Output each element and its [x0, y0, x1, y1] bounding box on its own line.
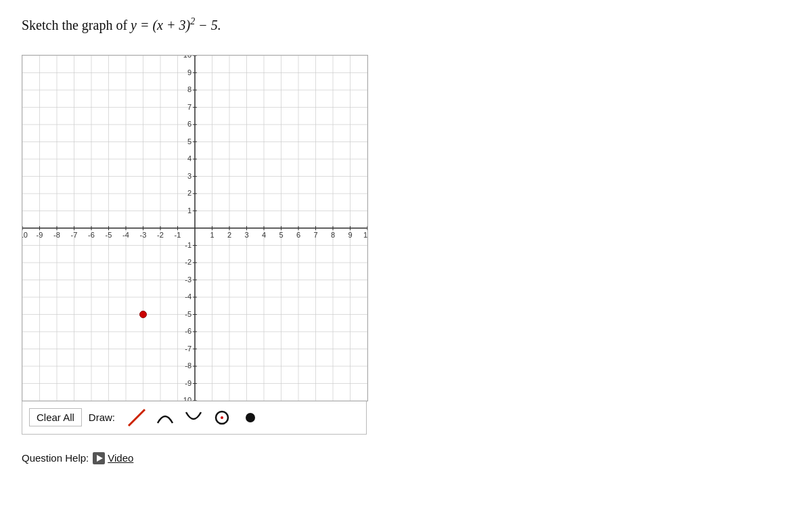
clear-all-button[interactable]: Clear All [29, 408, 82, 426]
svg-line-0 [129, 410, 145, 426]
dot-tool-icon [246, 413, 255, 422]
graph-container: Clear All Draw: [22, 55, 368, 435]
draw-tools [125, 405, 263, 430]
circle-tool-icon [212, 408, 231, 427]
question-title: Sketch the graph of y = (x + 3)2 − 5. [22, 16, 790, 33]
line-tool-icon [127, 408, 146, 427]
svg-point-2 [221, 416, 223, 419]
curve-down-tool-icon [184, 408, 203, 427]
line-tool-button[interactable] [125, 405, 149, 430]
video-link[interactable]: Video [93, 452, 133, 464]
toolbar: Clear All Draw: [22, 401, 367, 435]
graph-canvas[interactable] [22, 55, 368, 401]
circle-tool-button[interactable] [210, 405, 234, 430]
page-wrapper: Sketch the graph of y = (x + 3)2 − 5. Cl… [22, 16, 790, 464]
curve-up-tool-icon [156, 408, 175, 427]
curve-down-tool-button[interactable] [181, 405, 206, 430]
draw-label: Draw: [89, 412, 115, 423]
curve-up-tool-button[interactable] [153, 405, 177, 430]
play-icon [93, 452, 105, 464]
dot-tool-button[interactable] [238, 405, 263, 430]
question-help: Question Help: Video [22, 452, 790, 464]
